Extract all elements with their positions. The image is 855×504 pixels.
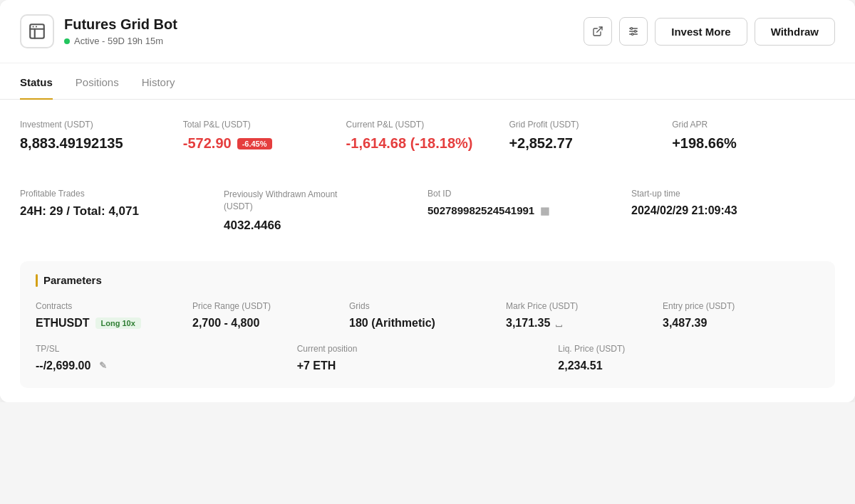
bot-status: Active - 59D 19h 15m [64,36,584,46]
param-contracts-value: ETHUSDT Long 10x [36,317,184,330]
svg-point-7 [632,33,634,36]
stat-investment-value: 8,883.49192135 [20,135,172,152]
param-mark-price-value: 3,171.35 ⎵ [506,317,654,330]
stat-current-pnl-label: Current P&L (USDT) [346,120,498,130]
invest-more-button[interactable]: Invest More [655,18,747,46]
stat-bot-id: Bot ID 502789982524541991 ▦ [428,189,631,250]
param-liq-price: Liq. Price (USDT) 2,234.51 [558,344,819,372]
param-tpsl: TP/SL --/2,699.00 ✎ [36,344,297,372]
stat-grid-profit-value: +2,852.77 [509,135,660,152]
header-actions: Invest More Withdraw [584,17,835,46]
svg-point-6 [635,31,637,33]
stat-current-pnl: Current P&L (USDT) -1,614.68 (-18.18%) [346,120,509,169]
copy-bot-id-button[interactable]: ▦ [540,205,549,216]
content: Investment (USDT) 8,883.49192135 Total P… [0,100,855,402]
param-liq-price-value: 2,234.51 [558,359,811,372]
param-liq-price-label: Liq. Price (USDT) [558,344,811,354]
header: Futures Grid Bot Active - 59D 19h 15m [0,0,855,63]
stat-bot-id-label: Bot ID [428,189,620,199]
params-row2: TP/SL --/2,699.00 ✎ Current position +7 … [36,344,819,372]
param-tpsl-value: --/2,699.00 ✎ [36,359,289,372]
parameters-section: Parameters Contracts ETHUSDT Long 10x Pr… [20,261,835,388]
stat-startup-time: Start-up time 2024/02/29 21:09:43 [631,189,835,250]
status-dot [64,38,70,44]
param-entry-price-value: 3,487.39 [663,317,811,330]
svg-rect-0 [30,24,44,38]
param-current-position-label: Current position [297,344,550,354]
stat-startup-time-value: 2024/02/29 21:09:43 [631,204,824,217]
mark-price-icon: ⎵ [556,317,561,329]
stat-withdrawn: Previously Withdrawn Amount (USDT) 4032.… [224,189,428,250]
param-price-range-value: 2,700 - 4,800 [192,317,341,330]
stat-investment-label: Investment (USDT) [20,120,172,130]
stat-current-pnl-value: -1,614.68 (-18.18%) [346,135,498,152]
parameters-accent [36,274,38,287]
settings-icon [628,26,639,37]
param-mark-price-label: Mark Price (USDT) [506,301,654,311]
parameters-header: Parameters [36,274,819,287]
stats-row1: Investment (USDT) 8,883.49192135 Total P… [20,120,835,169]
stat-profitable-trades-label: Profitable Trades [20,189,212,199]
stat-grid-profit-label: Grid Profit (USDT) [509,120,660,130]
stat-startup-time-label: Start-up time [631,189,824,199]
stat-bot-id-value: 502789982524541991 ▦ [428,204,620,216]
param-tpsl-label: TP/SL [36,344,289,354]
stat-grid-profit: Grid Profit (USDT) +2,852.77 [509,120,672,169]
svg-line-1 [597,27,602,32]
param-current-position: Current position +7 ETH [297,344,559,372]
settings-button[interactable] [619,17,648,46]
param-price-range: Price Range (USDT) 2,700 - 4,800 [192,301,349,330]
tpsl-edit-button[interactable]: ✎ [99,360,107,371]
tab-history[interactable]: History [142,63,175,100]
param-entry-price: Entry price (USDT) 3,487.39 [663,301,819,330]
stat-withdrawn-label: Previously Withdrawn Amount (USDT) [224,189,366,213]
parameters-title: Parameters [43,274,102,286]
stat-grid-apr: Grid APR +198.66% [672,120,835,169]
param-current-position-value: +7 ETH [297,359,550,372]
stat-profitable-trades-value: 24H: 29 / Total: 4,071 [20,204,212,219]
external-link-button[interactable] [584,17,612,46]
total-pnl-badge: -6.45% [237,138,272,149]
param-contracts: Contracts ETHUSDT Long 10x [36,301,192,330]
stat-withdrawn-value: 4032.4466 [224,219,416,233]
svg-point-5 [631,28,633,30]
bot-icon [20,14,54,48]
stat-grid-apr-label: Grid APR [672,120,824,130]
stat-investment: Investment (USDT) 8,883.49192135 [20,120,183,169]
param-entry-price-label: Entry price (USDT) [663,301,811,311]
tab-positions[interactable]: Positions [76,63,119,100]
stat-total-pnl: Total P&L (USDT) -572.90 -6.45% [183,120,346,169]
param-price-range-label: Price Range (USDT) [192,301,341,311]
withdraw-button[interactable]: Withdraw [755,18,835,46]
stat-grid-apr-value: +198.66% [672,135,824,152]
external-link-icon [592,26,603,37]
param-mark-price: Mark Price (USDT) 3,171.35 ⎵ [506,301,663,330]
tabs: Status Positions History [0,63,855,100]
stats-row2: Profitable Trades 24H: 29 / Total: 4,071… [20,189,835,256]
stat-profitable-trades: Profitable Trades 24H: 29 / Total: 4,071 [20,189,224,250]
stat-total-pnl-label: Total P&L (USDT) [183,120,335,130]
tab-status[interactable]: Status [20,63,53,100]
param-contracts-label: Contracts [36,301,184,311]
bot-info: Futures Grid Bot Active - 59D 19h 15m [64,16,584,46]
param-grids-value: 180 (Arithmetic) [349,317,497,330]
bot-title: Futures Grid Bot [64,16,584,33]
param-grids: Grids 180 (Arithmetic) [349,301,506,330]
long-tag: Long 10x [95,317,141,329]
status-text: Active - 59D 19h 15m [74,36,163,46]
params-row1: Contracts ETHUSDT Long 10x Price Range (… [36,301,819,330]
stat-total-pnl-value: -572.90 -6.45% [183,135,335,152]
param-grids-label: Grids [349,301,497,311]
